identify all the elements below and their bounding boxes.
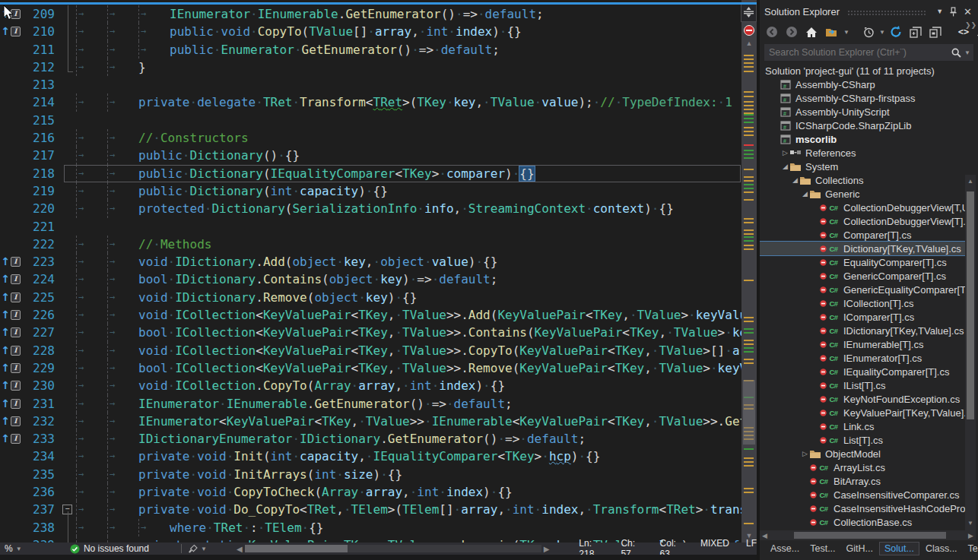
- outline-margin[interactable]: [55, 23, 76, 40]
- tree-item-file[interactable]: C#CollectionDebuggerView[T].cs: [760, 214, 965, 228]
- tree-item-file[interactable]: C#IEqualityComparer[T].cs: [760, 365, 965, 378]
- code-line-234[interactable]: 234→→private·void·Init(int·capacity,·IEq…: [0, 448, 741, 465]
- outline-margin[interactable]: [55, 147, 76, 164]
- tree-horizontal-scrollbar[interactable]: ◀ ▶: [760, 530, 976, 540]
- search-box[interactable]: ▼: [764, 44, 973, 61]
- code-line-222[interactable]: 222→→//·Methods: [0, 236, 741, 253]
- outline-margin[interactable]: [55, 377, 76, 394]
- outline-margin[interactable]: [55, 59, 76, 76]
- code-lines[interactable]: ↑I209→→→IEnumerator·IEnumerable.GetEnume…: [0, 5, 741, 554]
- tree-item-project[interactable]: #Assembly-CSharp: [760, 78, 965, 91]
- tree-item-file[interactable]: C#IDictionary[TKey,TValue].cs: [760, 324, 965, 337]
- tree-hscroll-thumb[interactable]: [794, 532, 946, 539]
- tool-window-tab-test[interactable]: Test...: [805, 543, 840, 555]
- outline-margin[interactable]: [55, 519, 76, 536]
- code-editor[interactable]: ↑I209→→→IEnumerator·IEnumerable.GetEnume…: [0, 0, 757, 560]
- expander-expanded-icon[interactable]: ◢: [781, 163, 789, 170]
- implements-glyph[interactable]: ↑I: [0, 289, 21, 306]
- tree-item-project[interactable]: #mscorlib: [760, 132, 965, 146]
- tree-item-file[interactable]: C#IComparer[T].cs: [760, 310, 965, 324]
- implements-glyph[interactable]: ↑I: [0, 23, 21, 40]
- code-line-218[interactable]: 218→→public·Dictionary(IEqualityComparer…: [0, 165, 741, 182]
- tree-item-references[interactable]: ▷References: [760, 146, 965, 160]
- home-icon[interactable]: [802, 27, 821, 38]
- code-line-210[interactable]: ↑I210→→→public·void·CopyTo(TValue[]·arra…: [0, 23, 741, 40]
- sync-with-active-document-icon[interactable]: [822, 27, 842, 38]
- code-line-232[interactable]: ↑I232→→IEnumerator<KeyValuePair<TKey,·TV…: [0, 413, 741, 430]
- code-line-213[interactable]: 213: [0, 76, 741, 93]
- code-line-221[interactable]: 221: [0, 218, 741, 236]
- window-position-chevron-icon[interactable]: ▼: [933, 8, 946, 15]
- search-caret-icon[interactable]: ▼: [964, 49, 970, 56]
- code-line-238[interactable]: 238→→→where·TRet·:·TElem·{}: [0, 519, 741, 536]
- code-line-228[interactable]: ↑I228→→void·ICollection<KeyValuePair<TKe…: [0, 342, 741, 359]
- overflow-chevrons-icon[interactable]: ❯❯: [965, 21, 976, 29]
- outline-margin[interactable]: [55, 342, 76, 359]
- outline-margin[interactable]: [55, 93, 76, 111]
- implements-glyph[interactable]: ↑I: [0, 271, 21, 288]
- collapse-all-icon[interactable]: [907, 27, 925, 38]
- outline-margin[interactable]: [55, 413, 76, 430]
- code-line-237[interactable]: 237−→→private·void·Do_CopyTo<TRet,·TElem…: [0, 501, 741, 518]
- tree-item-file[interactable]: C#CaseInsensitiveHashCodeProvider.cs: [760, 501, 965, 515]
- tree-item-solution[interactable]: Solution 'project-gui' (11 of 11 project…: [760, 64, 965, 78]
- hscroll-thumb[interactable]: [245, 545, 348, 552]
- outline-margin[interactable]: [55, 41, 76, 59]
- outline-margin[interactable]: [55, 236, 76, 253]
- split-editor-handle-icon[interactable]: [741, 2, 757, 22]
- code-line-215[interactable]: 215: [0, 112, 741, 129]
- solution-explorer-titlebar[interactable]: Solution Explorer ▼ ✕: [760, 0, 978, 21]
- tool-window-tab-asse[interactable]: Asse...: [766, 543, 804, 555]
- history-caret-icon[interactable]: ▼: [879, 29, 885, 36]
- code-line-217[interactable]: 217→→public·Dictionary()·{}: [0, 147, 741, 164]
- scroll-right-icon[interactable]: ▶: [541, 545, 552, 553]
- tree-item-file[interactable]: C#CollectionBase.cs: [760, 515, 965, 529]
- tree-vertical-scrollbar[interactable]: ▲ ▼: [965, 175, 976, 530]
- tree-item-file[interactable]: C#IList[T].cs: [760, 378, 965, 392]
- tree-item-file[interactable]: C#Comparer[T].cs: [760, 228, 965, 242]
- error-indicator-icon[interactable]: [744, 25, 754, 36]
- tree-item-file[interactable]: C#Dictionary[TKey,TValue].cs: [760, 242, 965, 255]
- tree-item-file[interactable]: C#EqualityComparer[T].cs: [760, 255, 965, 269]
- refresh-icon[interactable]: [887, 26, 905, 38]
- tree-item-project[interactable]: #ICSharpCode.SharpZipLib: [760, 119, 965, 132]
- code-line-212[interactable]: 212→→}: [0, 59, 741, 76]
- scroll-up-icon[interactable]: ▲: [741, 40, 757, 47]
- outline-margin[interactable]: [55, 182, 76, 200]
- outline-margin[interactable]: [55, 483, 76, 501]
- outline-margin[interactable]: [55, 218, 76, 236]
- implements-glyph[interactable]: ↑I: [0, 359, 21, 377]
- expander-collapsed-icon[interactable]: ▷: [781, 149, 789, 157]
- outline-margin[interactable]: [55, 200, 76, 217]
- history-clock-icon[interactable]: [860, 27, 878, 38]
- tree-item-file[interactable]: C#GenericEqualityComparer[T].cs: [760, 283, 965, 296]
- outline-margin[interactable]: [55, 324, 76, 341]
- implements-glyph[interactable]: ↑I: [0, 342, 21, 359]
- code-line-236[interactable]: 236→→private·void·CopyToCheck(Array·arra…: [0, 483, 741, 501]
- outline-margin[interactable]: [55, 466, 76, 483]
- tree-item-project[interactable]: #Assembly-CSharp-firstpass: [760, 91, 965, 105]
- tree-item-file[interactable]: C#KeyNotFoundException.cs: [760, 392, 965, 406]
- tree-item-file[interactable]: C#CollectionDebuggerView[T,U].cs: [760, 201, 965, 214]
- code-line-226[interactable]: ↑I226→→void·ICollection<KeyValuePair<TKe…: [0, 306, 741, 324]
- tree-hscroll-track[interactable]: [770, 532, 966, 539]
- tree-item-file[interactable]: C#GenericComparer[T].cs: [760, 269, 965, 283]
- expander-expanded-icon[interactable]: ◢: [791, 176, 799, 184]
- implements-glyph[interactable]: ↑I: [0, 377, 21, 394]
- code-line-211[interactable]: 211→→→public·Enumerator·GetEnumerator()·…: [0, 41, 741, 59]
- tree-item-generic[interactable]: ◢Generic: [760, 187, 965, 201]
- tree-item-file[interactable]: C#Link.cs: [760, 419, 965, 433]
- tree-item-file[interactable]: C#KeyValuePair[TKey,TValue].cs: [760, 406, 965, 419]
- search-input[interactable]: [767, 46, 951, 59]
- implements-glyph[interactable]: ↑I: [0, 413, 21, 430]
- tree-item-collections[interactable]: ◢Collections: [760, 173, 965, 187]
- tree-item-file[interactable]: C#IEnumerator[T].cs: [760, 351, 965, 365]
- tree-item-file[interactable]: C#IEnumerable[T].cs: [760, 337, 965, 351]
- scroll-down-icon[interactable]: ▼: [965, 520, 976, 527]
- outline-margin[interactable]: [55, 165, 76, 182]
- code-line-219[interactable]: 219→→public·Dictionary(int·capacity)·{}: [0, 182, 741, 200]
- tree-item-file[interactable]: C#CaseInsensitiveComparer.cs: [760, 488, 965, 501]
- hscroll-track[interactable]: [245, 545, 541, 552]
- outline-margin[interactable]: [55, 395, 76, 413]
- scroll-left-icon[interactable]: ◀: [760, 532, 770, 539]
